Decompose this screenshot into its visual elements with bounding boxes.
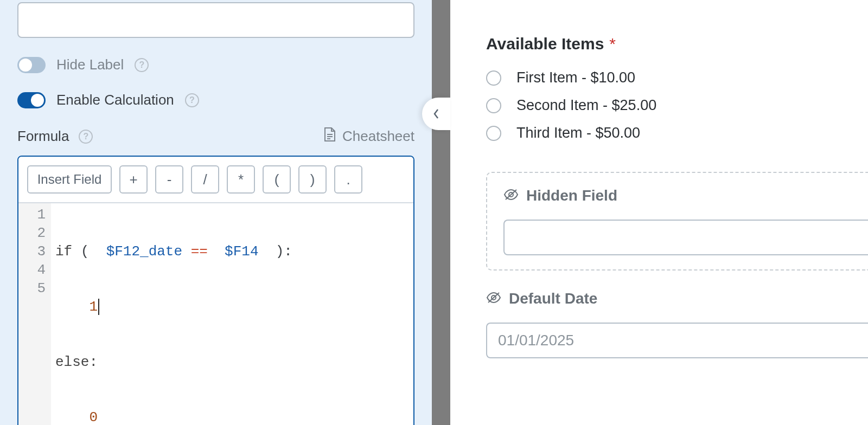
formula-help-icon[interactable]: ?	[79, 130, 93, 144]
line-number: 4	[18, 261, 46, 279]
formula-label: Formula	[17, 128, 69, 145]
available-items-text: Available Items	[486, 35, 604, 53]
formula-header: Formula ? Cheatsheet	[17, 127, 414, 146]
label-input[interactable]	[17, 2, 414, 38]
default-date-title: Default Date	[486, 290, 868, 307]
hide-label-toggle[interactable]	[17, 57, 46, 73]
op-multiply-button[interactable]: *	[227, 165, 255, 194]
field-settings-panel: Hide Label ? Enable Calculation ? Formul…	[0, 0, 432, 425]
op-open-paren-button[interactable]: (	[263, 165, 291, 194]
code-lines[interactable]: if ( $F12_date == $F14 ): 1 else: 0 endi…	[51, 203, 413, 425]
line-number: 2	[18, 224, 46, 242]
editor-toolbar: Insert Field + - / * ( ) .	[18, 157, 413, 203]
panel-divider	[432, 0, 450, 425]
toggle-knob	[31, 94, 44, 107]
line-number: 5	[18, 279, 46, 298]
hide-label-row: Hide Label ?	[17, 56, 414, 73]
radio-indicator	[486, 70, 501, 86]
default-date-input[interactable]: 01/01/2025	[486, 323, 868, 358]
op-dot-button[interactable]: .	[334, 165, 362, 194]
hidden-field-label: Hidden Field	[526, 187, 617, 204]
line-number: 1	[18, 205, 46, 224]
file-icon	[323, 127, 336, 146]
required-mark: *	[609, 35, 616, 53]
enable-calc-toggle[interactable]	[17, 92, 46, 108]
available-items-options: First Item - $10.00 Second Item - $25.00…	[486, 69, 868, 141]
radio-indicator	[486, 98, 501, 113]
op-close-paren-button[interactable]: )	[298, 165, 327, 194]
enable-calc-help-icon[interactable]: ?	[185, 93, 199, 107]
available-items-label: Available Items *	[486, 35, 868, 53]
default-date-value: 01/01/2025	[498, 332, 574, 349]
collapse-panel-button[interactable]	[422, 98, 450, 130]
code-area[interactable]: 1 2 3 4 5 if ( $F12_date == $F14 ): 1 el…	[18, 203, 413, 425]
line-gutter: 1 2 3 4 5	[18, 203, 51, 425]
enable-calc-row: Enable Calculation ?	[17, 92, 414, 108]
toggle-knob	[19, 59, 32, 72]
hidden-field-input[interactable]	[503, 220, 868, 255]
hidden-field-title: Hidden Field	[503, 187, 868, 204]
radio-label: Second Item - $25.00	[516, 97, 656, 114]
cheatsheet-link[interactable]: Cheatsheet	[323, 127, 414, 146]
hide-label-help-icon[interactable]: ?	[135, 58, 149, 72]
op-minus-button[interactable]: -	[155, 165, 183, 194]
radio-indicator	[486, 126, 501, 141]
op-plus-button[interactable]: +	[119, 165, 148, 194]
enable-calc-text: Enable Calculation	[56, 92, 174, 108]
hide-label-text: Hide Label	[56, 56, 124, 73]
chevron-left-icon	[432, 107, 441, 120]
radio-option-second[interactable]: Second Item - $25.00	[486, 97, 868, 114]
radio-option-third[interactable]: Third Item - $50.00	[486, 125, 868, 141]
eye-slash-icon	[486, 290, 501, 307]
radio-label: Third Item - $50.00	[516, 125, 640, 141]
text-caret	[98, 299, 99, 315]
hidden-field-block: Hidden Field	[486, 172, 868, 271]
cheatsheet-text: Cheatsheet	[342, 128, 414, 145]
line-number: 3	[18, 242, 46, 261]
eye-slash-icon	[503, 187, 519, 204]
form-preview-panel: Available Items * First Item - $10.00 Se…	[450, 0, 868, 425]
default-date-label: Default Date	[509, 290, 597, 307]
formula-editor: Insert Field + - / * ( ) . 1 2 3 4 5 if …	[17, 156, 414, 425]
radio-label: First Item - $10.00	[516, 69, 635, 86]
radio-option-first[interactable]: First Item - $10.00	[486, 69, 868, 86]
insert-field-button[interactable]: Insert Field	[27, 165, 112, 194]
op-divide-button[interactable]: /	[191, 165, 219, 194]
